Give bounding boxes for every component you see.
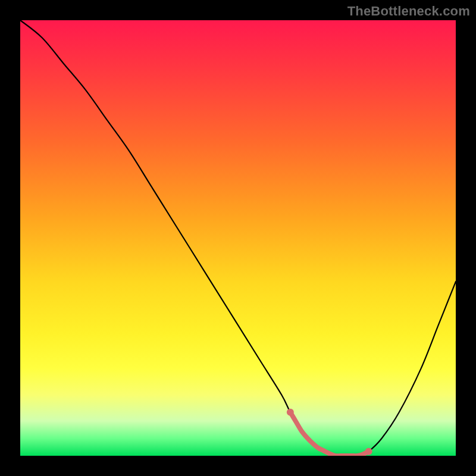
curve-svg: [20, 20, 456, 456]
plot-area: [20, 20, 456, 456]
optimal-zone-marker-right: [365, 448, 372, 455]
watermark-text: TheBottleneck.com: [347, 4, 470, 19]
chart-frame: TheBottleneck.com: [0, 0, 476, 476]
optimal-zone-highlight: [290, 412, 369, 456]
bottleneck-curve-line: [20, 20, 456, 456]
optimal-zone-marker-left: [287, 409, 294, 416]
